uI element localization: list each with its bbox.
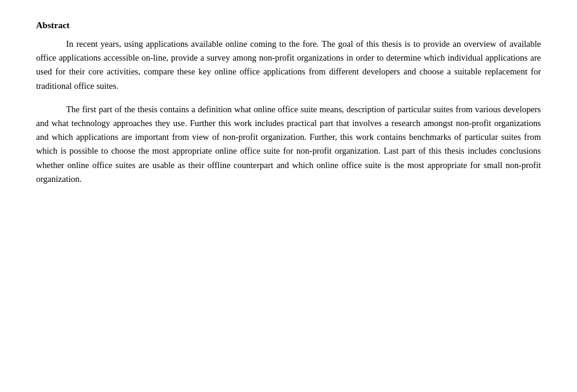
abstract-paragraph-2: The first part of the thesis contains a … <box>36 103 541 186</box>
abstract-section: Abstract In recent years, using applicat… <box>36 18 541 186</box>
abstract-paragraph-1: In recent years, using applications avai… <box>36 37 541 93</box>
abstract-heading: Abstract <box>36 18 541 32</box>
